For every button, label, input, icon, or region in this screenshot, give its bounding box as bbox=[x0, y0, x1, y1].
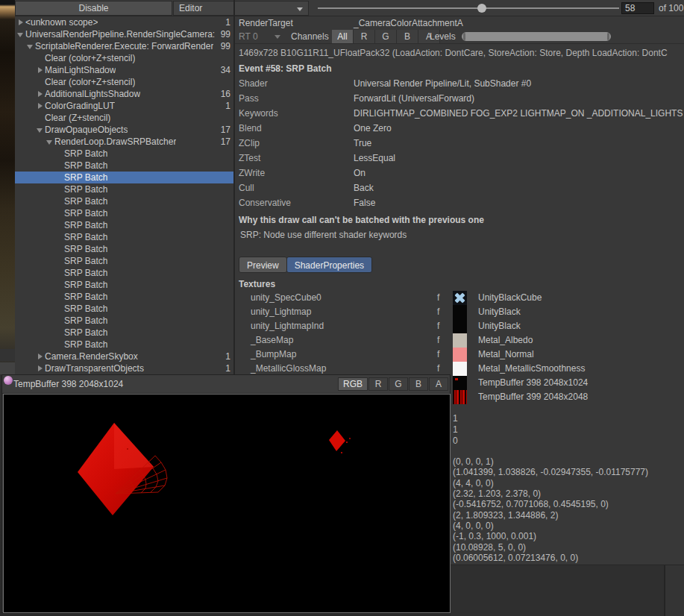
tree-row[interactable]: Camera.RenderSkybox1 bbox=[15, 351, 233, 362]
expander-down-icon[interactable] bbox=[46, 136, 54, 148]
vector-value: (-1, 0.3, 1000, 0.001) bbox=[453, 531, 648, 541]
expander-right-icon[interactable] bbox=[36, 351, 45, 362]
tree-row-srp-batch[interactable]: SRP Batch bbox=[15, 303, 233, 315]
tree-row-srp-batch[interactable]: SRP Batch bbox=[15, 327, 233, 339]
expander-right-icon[interactable] bbox=[36, 88, 45, 100]
tree-row-srp-batch[interactable]: SRP Batch bbox=[15, 255, 233, 267]
event-label: SRP Batch bbox=[64, 256, 107, 266]
property-name: Pass bbox=[239, 91, 259, 106]
tree-row[interactable]: DrawOpaqueObjects17 bbox=[15, 124, 233, 136]
target-dropdown[interactable]: Editor bbox=[173, 1, 309, 16]
tree-row-srp-batch[interactable]: SRP Batch bbox=[15, 279, 233, 291]
channel-button-g[interactable]: G bbox=[375, 30, 397, 43]
levels-slider[interactable] bbox=[462, 32, 611, 41]
tree-row[interactable]: DrawTransparentObjects1 bbox=[15, 362, 233, 374]
tree-row[interactable]: <unknown scope>1 bbox=[15, 16, 233, 28]
event-title: Event #58: SRP Batch bbox=[239, 63, 332, 74]
tree-row-srp-batch[interactable]: SRP Batch bbox=[15, 339, 233, 351]
float-value: 1 bbox=[453, 424, 458, 436]
tree-row-srp-batch[interactable]: SRP Batch bbox=[15, 160, 233, 172]
expander-down-icon[interactable] bbox=[16, 28, 25, 40]
tree-row-srp-batch[interactable]: SRP Batch bbox=[15, 243, 233, 255]
channel-button-b[interactable]: B bbox=[397, 30, 418, 43]
preview-channel-button-r[interactable]: R bbox=[368, 377, 388, 391]
tree-row-srp-batch[interactable]: SRP Batch bbox=[15, 219, 233, 231]
property-name: Conservative bbox=[239, 195, 291, 210]
tree-row-srp-batch[interactable]: SRP Batch bbox=[15, 231, 233, 243]
texture-name: Metal_Normal bbox=[478, 348, 534, 362]
tree-row[interactable]: AdditionalLightsShadow16 bbox=[15, 88, 233, 100]
tree-row-srp-batch[interactable]: SRP Batch bbox=[15, 195, 233, 207]
property-name: ZTest bbox=[239, 151, 260, 166]
event-label: UniversalRenderPipeline.RenderSingleCame… bbox=[25, 29, 215, 40]
event-slider-handle[interactable] bbox=[477, 4, 486, 13]
background-panel-edge bbox=[0, 362, 15, 374]
texture-row[interactable]: unity_SpecCube0fUnityBlackCube bbox=[235, 291, 684, 305]
vector-value: (2.32, 1.203, 2.378, 0) bbox=[453, 488, 648, 499]
preview-channel-button-b[interactable]: B bbox=[409, 377, 428, 391]
channel-button-r[interactable]: R bbox=[354, 30, 375, 43]
no-expander-icon bbox=[55, 160, 64, 172]
event-slider[interactable] bbox=[316, 0, 621, 16]
preview-channel-button-a[interactable]: A bbox=[429, 377, 448, 391]
event-label: SRP Batch bbox=[64, 292, 107, 302]
tree-row[interactable]: Clear (color+Z+stencil) bbox=[15, 76, 233, 88]
property-value: ForwardLit (UniversalForward) bbox=[354, 91, 684, 106]
no-expander-icon bbox=[55, 243, 64, 255]
tree-row-srp-batch[interactable]: SRP Batch bbox=[15, 207, 233, 219]
tree-row[interactable]: RenderLoop.DrawSRPBatcher17 bbox=[15, 136, 233, 148]
batch-break-title: Why this draw call can't be batched with… bbox=[239, 215, 484, 225]
tree-row[interactable]: Clear (Z+stencil) bbox=[15, 112, 233, 124]
texture-flag: f bbox=[437, 291, 439, 305]
texture-row[interactable]: _BaseMapfMetal_Albedo bbox=[235, 333, 684, 348]
tree-row-srp-batch[interactable]: SRP Batch bbox=[15, 183, 233, 195]
tree-row-srp-batch[interactable]: SRP Batch bbox=[15, 172, 233, 183]
no-expander-icon bbox=[55, 279, 64, 291]
texture-thumbnail bbox=[453, 348, 467, 362]
event-label: SRP Batch bbox=[64, 208, 107, 219]
tree-row-srp-batch[interactable]: SRP Batch bbox=[15, 291, 233, 303]
float-value: 0 bbox=[453, 436, 458, 447]
red-speck-dot bbox=[455, 378, 458, 380]
no-expander-icon bbox=[55, 183, 64, 195]
property-name: Cull bbox=[239, 180, 254, 195]
event-properties: ShaderUniversal Render Pipeline/Lit, Sub… bbox=[235, 76, 684, 210]
tab-shaderproperties[interactable]: ShaderProperties bbox=[286, 257, 372, 273]
disable-button[interactable]: Disable bbox=[15, 1, 172, 16]
tree-row-srp-batch[interactable]: SRP Batch bbox=[15, 315, 233, 327]
tree-row[interactable]: ColorGradingLUT1 bbox=[15, 100, 233, 112]
texture-row[interactable]: _BumpMapfMetal_Normal bbox=[235, 348, 684, 362]
expander-down-icon[interactable] bbox=[26, 40, 35, 52]
scrollbar-track[interactable] bbox=[665, 565, 684, 616]
expander-right-icon[interactable] bbox=[36, 64, 45, 76]
tab-preview[interactable]: Preview bbox=[239, 257, 287, 273]
event-number-field[interactable]: 58 bbox=[621, 2, 654, 14]
event-tree: <unknown scope>1UniversalRenderPipeline.… bbox=[15, 16, 233, 374]
tree-row[interactable]: Clear (color+Z+stencil) bbox=[15, 52, 233, 64]
expander-right-icon[interactable] bbox=[36, 100, 45, 112]
preview-titlebar[interactable]: TempBuffer 398 2048x1024 RGBRGBA bbox=[2, 375, 450, 394]
texture-name: UnityBlackCube bbox=[478, 291, 542, 305]
expander-right-icon[interactable] bbox=[36, 362, 45, 374]
texture-name: TempBuffer 399 2048x2048 bbox=[478, 390, 588, 404]
rt-index-dropdown[interactable]: RT 0 bbox=[239, 31, 283, 43]
expander-right-icon[interactable] bbox=[16, 16, 25, 28]
preview-channel-button-rgb[interactable]: RGB bbox=[338, 377, 368, 391]
property-name: ZClip bbox=[239, 136, 260, 151]
expander-down-icon[interactable] bbox=[36, 124, 45, 136]
texture-row[interactable]: unity_LightmapfUnityBlack bbox=[235, 305, 684, 319]
tree-row[interactable]: MainLightShadow34 bbox=[15, 64, 233, 76]
texture-row[interactable]: unity_LightmapIndfUnityBlack bbox=[235, 319, 684, 333]
texture-property-name: unity_SpecCube0 bbox=[251, 291, 321, 305]
tree-row-srp-batch[interactable]: SRP Batch bbox=[15, 267, 233, 279]
render-target-row: RenderTarget _CameraColorAttachmentA bbox=[235, 16, 684, 30]
tree-row[interactable]: ScriptableRenderer.Execute: ForwardRende… bbox=[15, 40, 233, 52]
vector-values: (0, 0, 0, 1)(1.041399, 1.038826, -0.0294… bbox=[453, 456, 648, 563]
preview-channel-button-g[interactable]: G bbox=[389, 377, 408, 391]
channel-button-all[interactable]: All bbox=[332, 30, 354, 43]
tree-row[interactable]: UniversalRenderPipeline.RenderSingleCame… bbox=[15, 28, 233, 40]
property-name: Shader bbox=[239, 76, 268, 91]
tree-row-srp-batch[interactable]: SRP Batch bbox=[15, 148, 233, 160]
no-expander-icon bbox=[55, 255, 64, 267]
vector-value: (4, 0, 0, 0) bbox=[453, 521, 648, 531]
